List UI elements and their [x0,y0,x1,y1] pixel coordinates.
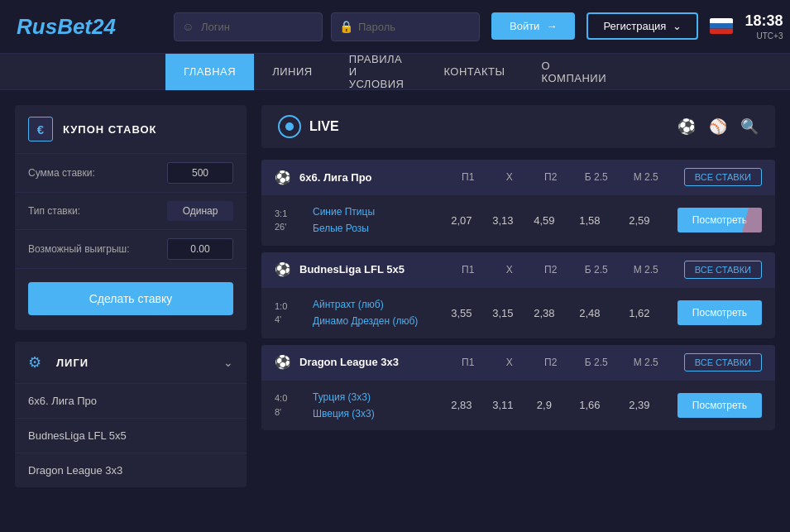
match-score-2-1: 1:0 4' [275,300,304,327]
match-odds-2-1: 3,55 3,15 2,38 2,48 1,62 [441,304,664,323]
league-block-3: ⚽ Dragon League 3x3 П1 Х П2 Б 2.5 М 2.5 … [261,345,775,431]
match-score-3-1: 4:0 8' [275,391,304,419]
league-3-col-headers: П1 Х П2 Б 2.5 М 2.5 [448,357,671,368]
basketball-icon[interactable]: ⚾ [709,117,727,136]
col-p1-2: П1 [448,264,489,276]
league-item-2[interactable]: BudnesLiga LFL 5x5 [15,419,247,453]
coupon-type-value: Одинар [167,201,233,221]
col-p2-1: П2 [530,171,572,183]
odd-x-3-1[interactable]: 3,11 [482,395,524,415]
soccer-icon[interactable]: ⚽ [677,117,696,136]
register-button[interactable]: Регистрация ⌄ [587,12,698,40]
nav-item-contacts[interactable]: КОНТАКТЫ [425,54,523,90]
flag-icon [710,18,733,34]
odd-b25-1-1[interactable]: 1,58 [565,211,615,230]
league-block-3-header: ⚽ Dragon League 3x3 П1 Х П2 Б 2.5 М 2.5 … [261,345,775,380]
league-block-2: ⚽ BudnesLiga LFL 5x5 П1 Х П2 Б 2.5 М 2.5… [261,252,775,338]
leagues-icon: ⚙ [28,353,41,371]
live-dot [278,115,301,138]
login-button[interactable]: Войти → [491,12,575,40]
time-block: 18:38 UTC+3 [745,12,783,41]
time-display: 18:38 [745,12,783,31]
match-team1-3-1[interactable]: Турция (3x3) [313,389,433,405]
nav-item-home[interactable]: ГЛАВНАЯ [165,54,254,90]
nav: ГЛАВНАЯ ЛИНИЯ ПРАВИЛА И УСЛОВИЯ КОНТАКТЫ… [0,54,790,90]
col-b25-3: Б 2.5 [572,357,621,368]
odd-p2-3-1[interactable]: 2,9 [524,395,565,415]
password-input[interactable] [331,12,480,41]
league-item-3[interactable]: Dragon League 3x3 [15,453,247,487]
odd-p1-1-1[interactable]: 2,07 [441,211,482,230]
leagues-box: ⚙ ЛИГИ ⌄ 6х6. Лига Про BudnesLiga LFL 5x… [15,342,247,487]
match-teams-1-1: Синие Птицы Белые Розы [304,204,441,237]
coupon-stake-value: 500 [167,162,233,184]
odd-p1-3-1[interactable]: 2,83 [441,395,482,415]
chevron-down-icon: ⌄ [673,20,682,32]
login-button-label: Войти [510,20,539,32]
col-m25-1: М 2.5 [621,171,671,183]
odd-p2-1-1[interactable]: 4,59 [524,211,565,230]
coupon-type-label: Тип ставки: [28,205,167,217]
nav-item-rules[interactable]: ПРАВИЛА И УСЛОВИЯ [331,54,426,90]
league-3-sport-icon: ⚽ [275,354,291,370]
watch-btn-3-1[interactable]: Посмотреть [677,393,762,418]
odd-p2-2-1[interactable]: 2,38 [524,304,565,323]
watch-btn-2-1[interactable]: Посмотреть [677,300,762,325]
league-block-1-header: ⚽ 6х6. Лига Про П1 Х П2 Б 2.5 М 2.5 ВСЕ … [261,160,775,194]
league-2-sport-icon: ⚽ [275,261,291,277]
watch-btn-1-1[interactable]: Посмотреть [677,208,762,232]
match-teams-2-1: Айнтрахт (люб) Динамо Дрезден (люб) [304,296,441,330]
nav-item-line[interactable]: ЛИНИЯ [254,54,331,90]
league-item-1[interactable]: 6х6. Лига Про [15,384,247,419]
odd-m25-2-1[interactable]: 1,62 [615,304,664,323]
logo: RusBet24 [17,14,149,40]
col-b25-2: Б 2.5 [572,264,621,276]
all-bets-btn-2[interactable]: ВСЕ СТАВКИ [684,261,762,279]
main-content: € КУПОН СТАВОК Сумма ставки: 500 Тип ста… [0,90,790,520]
match-odds-1-1: 2,07 3,13 4,59 1,58 2,59 [441,211,664,230]
match-team1-2-1[interactable]: Айнтрахт (люб) [313,296,433,313]
match-row-1-1: 3:1 26' Синие Птицы Белые Розы 2,07 3,13… [261,194,775,246]
header-inputs: ☺ 🔒 [174,12,480,41]
col-x-1: Х [489,171,530,183]
chevron-down-icon[interactable]: ⌄ [223,356,233,369]
score-line2: 26' [275,220,304,234]
odd-m25-3-1[interactable]: 2,39 [615,395,664,415]
match-team1-1-1[interactable]: Синие Птицы [313,204,433,220]
leagues-title: ЛИГИ [56,357,215,369]
right-panel: LIVE ⚽ ⚾ 🔍 ⚽ 6х6. Лига Про П1 Х П2 Б 2.5… [261,105,775,506]
lock-icon: 🔒 [339,20,353,33]
col-m25-3: М 2.5 [621,357,671,368]
col-p2-3: П2 [530,357,572,368]
odd-m25-1-1[interactable]: 2,59 [615,211,664,230]
coupon-stake-label: Сумма ставки: [28,167,167,179]
col-x-2: Х [489,264,530,276]
match-teams-3-1: Турция (3x3) Швеция (3x3) [304,389,441,423]
odd-x-2-1[interactable]: 3,15 [482,304,524,323]
match-row-2-1: 1:0 4' Айнтрахт (люб) Динамо Дрезден (лю… [261,287,775,338]
odd-x-1-1[interactable]: 3,13 [482,211,524,230]
odd-b25-2-1[interactable]: 2,48 [565,304,615,323]
odd-p1-2-1[interactable]: 3,55 [441,304,482,323]
match-odds-3-1: 2,83 3,11 2,9 1,66 2,39 [441,395,664,415]
search-icon[interactable]: 🔍 [740,117,759,136]
coupon-box: € КУПОН СТАВОК Сумма ставки: 500 Тип ста… [15,105,247,330]
league-2-name: BudnesLiga LFL 5x5 [299,263,448,276]
coupon-win-row: Возможный выигрыш: 0.00 [15,230,247,269]
all-bets-btn-3[interactable]: ВСЕ СТАВКИ [684,353,762,371]
nav-item-about[interactable]: О КОМПАНИИ [524,54,625,90]
col-p1-3: П1 [448,357,489,368]
match-team2-1-1[interactable]: Белые Розы [313,220,433,237]
match-team2-2-1[interactable]: Динамо Дрезден (люб) [313,313,433,329]
odd-b25-3-1[interactable]: 1,66 [565,395,615,415]
svg-rect-0 [710,18,733,23]
score-line1: 3:1 [275,207,304,221]
bet-button[interactable]: Сделать ставку [28,282,233,315]
login-input[interactable] [174,12,323,41]
svg-rect-2 [710,29,733,34]
all-bets-btn-1[interactable]: ВСЕ СТАВКИ [684,168,762,186]
match-team2-3-1[interactable]: Швеция (3x3) [313,405,433,422]
league-1-name: 6х6. Лига Про [299,171,448,184]
col-p2-2: П2 [530,264,572,276]
score-line1-3: 4:0 [275,391,304,405]
